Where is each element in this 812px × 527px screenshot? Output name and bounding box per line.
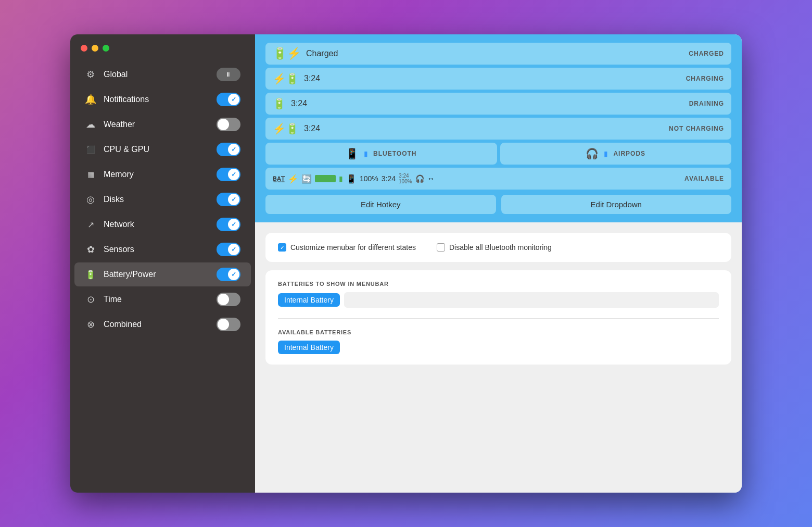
draining-state-label: DRAINING <box>689 100 724 107</box>
battery-row-charged: 🔋⚡ Charged CHARGED <box>265 43 731 65</box>
available-icons: B̲A̲T̲ ⚡ 🔄 ▮ 📱 100% 3:24 3:24100% 🎧 ↔ <box>273 173 435 184</box>
weather-toggle[interactable] <box>217 118 240 131</box>
sidebar-item-network[interactable]: ↗ Network <box>74 212 251 236</box>
sidebar-label-notifications: Notifications <box>104 95 149 104</box>
available-batteries-title: AVAILABLE BATTERIES <box>278 329 719 335</box>
network-icon: ↗ <box>85 219 96 230</box>
sidebar-item-global[interactable]: ⚙ Global ⏸ <box>74 62 251 86</box>
time-icon: ⊙ <box>85 294 96 305</box>
charging-state-label: CHARGING <box>686 75 724 82</box>
airpods-section: 🎧 ▮ AIRPODS <box>500 143 732 165</box>
titlebar <box>70 45 255 62</box>
memory-icon: ▦ <box>85 169 96 180</box>
action-buttons-row: Edit Hotkey Edit Dropdown <box>265 195 731 214</box>
draining-time: 3:24 <box>291 99 307 108</box>
sidebar-label-cpu-gpu: CPU & GPU <box>104 145 149 154</box>
available-batteries-section: AVAILABLE BATTERIES Internal Battery <box>278 329 719 354</box>
bluetooth-section: 📱 ▮ BLUETOOTH <box>265 143 497 165</box>
edit-hotkey-button[interactable]: Edit Hotkey <box>265 195 496 214</box>
chip-placeholder <box>344 292 719 308</box>
combined-icon: ⊗ <box>85 319 96 330</box>
charged-state-label: CHARGED <box>689 50 724 57</box>
arrows-icon: ↔ <box>427 174 435 183</box>
sidebar-item-disks[interactable]: ◎ Disks <box>74 187 251 211</box>
bluetooth-divider-icon: ▮ <box>364 149 368 158</box>
bat-text-icon: B̲A̲T̲ <box>273 175 285 182</box>
sidebar-item-notifications[interactable]: 🔔 Notifications <box>74 87 251 111</box>
charging-battery-icon: ⚡🔋 <box>273 72 299 85</box>
sensors-toggle[interactable] <box>217 243 240 256</box>
sidebar-item-cpu-gpu[interactable]: ⬛ CPU & GPU <box>74 137 251 161</box>
batteries-section-title: BATTERIES TO SHOW IN MENUBAR <box>278 281 719 287</box>
disks-toggle[interactable] <box>217 193 240 206</box>
available-state-label: AVAILABLE <box>684 175 724 182</box>
customize-menubar-label: Customize menubar for different states <box>290 243 416 252</box>
options-card: Customize menubar for different states D… <box>265 233 731 262</box>
battery-row-charging: ⚡🔋 3:24 CHARGING <box>265 68 731 90</box>
available-battery-chip[interactable]: Internal Battery <box>278 341 340 354</box>
pause-icon: ⏸ <box>225 71 232 78</box>
charging-sm-icon: ⚡ <box>288 174 298 184</box>
airpods-label: AIRPODS <box>613 150 645 157</box>
cpu-toggle[interactable] <box>217 143 240 156</box>
sidebar-item-battery-power[interactable]: 🔋 Battery/Power <box>74 262 251 286</box>
close-button[interactable] <box>81 45 87 52</box>
network-toggle[interactable] <box>217 218 240 231</box>
sidebar-label-global: Global <box>104 70 128 79</box>
customize-menubar-checkbox[interactable] <box>278 243 286 252</box>
bluetooth-label: BLUETOOTH <box>373 150 416 157</box>
sidebar-label-combined: Combined <box>104 320 142 329</box>
battery-icon: 🔋 <box>85 269 96 280</box>
combined-toggle[interactable] <box>217 318 240 331</box>
not-charging-battery-icon: ⚡🔋 <box>273 122 299 135</box>
charging-time: 3:24 <box>304 74 320 83</box>
notifications-toggle[interactable] <box>217 93 240 106</box>
small-green-icon: ▮ <box>339 174 343 183</box>
available-chips-row: Internal Battery <box>278 341 719 354</box>
time-toggle[interactable] <box>217 293 240 306</box>
main-panel: 🔋⚡ Charged CHARGED ⚡🔋 3:24 CHARGING 🔋 3:… <box>255 34 742 493</box>
refresh-icon: 🔄 <box>301 174 312 184</box>
battery-row-not-charging: ⚡🔋 3:24 NOT CHARGING <box>265 118 731 140</box>
disable-bluetooth-checkbox[interactable] <box>437 243 445 252</box>
minimize-button[interactable] <box>92 45 98 52</box>
bell-icon: 🔔 <box>85 94 96 105</box>
sidebar-item-memory[interactable]: ▦ Memory <box>74 162 251 186</box>
not-charging-time: 3:24 <box>304 124 320 133</box>
battery-toggle[interactable] <box>217 268 240 281</box>
sidebar-item-combined[interactable]: ⊗ Combined <box>74 312 251 336</box>
bottom-section: Customize menubar for different states D… <box>255 222 742 493</box>
memory-toggle[interactable] <box>217 168 240 181</box>
sidebar-item-weather[interactable]: ☁ Weather <box>74 112 251 136</box>
gear-icon: ⚙ <box>85 69 96 80</box>
sidebar-label-time: Time <box>104 295 122 304</box>
sidebar-label-disks: Disks <box>104 195 124 204</box>
menubar-chips-row: Internal Battery <box>278 292 719 308</box>
airpods-icon: 🎧 <box>586 147 599 160</box>
sidebar-label-battery-power: Battery/Power <box>104 270 156 279</box>
sidebar-item-time[interactable]: ⊙ Time <box>74 287 251 311</box>
sidebar-item-sensors[interactable]: ✿ Sensors <box>74 237 251 261</box>
global-pause-button[interactable]: ⏸ <box>217 68 240 81</box>
available-percentage: 100% <box>360 174 378 183</box>
section-divider <box>278 318 719 319</box>
charged-battery-icon: 🔋⚡ <box>273 47 301 60</box>
airpods-divider-icon: ▮ <box>604 149 608 158</box>
cpu-icon: ⬛ <box>85 144 96 155</box>
sidebar-label-weather: Weather <box>104 120 135 129</box>
battery-row-draining: 🔋 3:24 DRAINING <box>265 93 731 115</box>
menubar-battery-chip[interactable]: Internal Battery <box>278 293 340 307</box>
sidebar-label-network: Network <box>104 220 134 229</box>
not-charging-state-label: NOT CHARGING <box>669 125 724 132</box>
bluetooth-row: 📱 ▮ BLUETOOTH 🎧 ▮ AIRPODS <box>265 143 731 165</box>
disable-bluetooth-label: Disable all Bluetooth monitoring <box>449 243 552 252</box>
cloud-icon: ☁ <box>85 119 96 130</box>
phone-icon-sm: 📱 <box>346 174 357 184</box>
edit-dropdown-button[interactable]: Edit Dropdown <box>501 195 732 214</box>
sidebar-label-sensors: Sensors <box>104 245 134 254</box>
available-time: 3:24 <box>382 174 396 183</box>
zoom-button[interactable] <box>103 45 109 52</box>
customize-menubar-row: Customize menubar for different states <box>278 243 416 252</box>
available-row: B̲A̲T̲ ⚡ 🔄 ▮ 📱 100% 3:24 3:24100% 🎧 ↔ AV… <box>265 168 731 190</box>
disk-icon: ◎ <box>85 194 96 205</box>
